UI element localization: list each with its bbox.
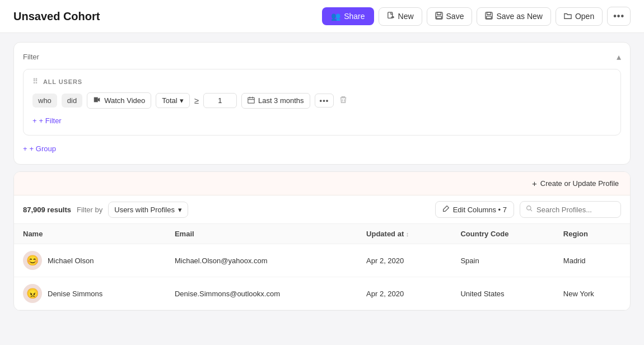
save-icon	[435, 12, 443, 21]
add-group-button[interactable]: + + Group	[23, 142, 56, 155]
user-name: Denise Simmons	[48, 290, 102, 298]
chevron-down-icon: ▾	[180, 96, 184, 105]
col-header-updated[interactable]: Updated at ↕	[357, 224, 451, 244]
results-count: 87,909 results	[23, 206, 71, 214]
table-row[interactable]: 😠 Denise Simmons Denise.Simmons@outlookx…	[14, 277, 630, 310]
open-button[interactable]: Open	[556, 7, 603, 26]
table-toolbar-left: 87,909 results Filter by Users with Prof…	[23, 202, 188, 218]
filter-more-button[interactable]: •••	[315, 94, 334, 108]
create-profile-button[interactable]: + Create or Update Profile	[532, 179, 619, 188]
filter-by-label: Filter by	[77, 206, 102, 214]
chevron-down-filter-icon: ▾	[178, 206, 182, 214]
share-icon: 👥	[331, 12, 340, 21]
save-as-new-icon	[485, 12, 493, 21]
save-button[interactable]: Save	[427, 7, 473, 26]
filter-row: who did Watch Video Total ▾ ≥	[32, 92, 612, 109]
svg-point-8	[527, 206, 531, 210]
new-button[interactable]: New	[379, 7, 422, 26]
new-doc-icon	[387, 12, 395, 21]
trash-icon	[339, 96, 347, 105]
pencil-icon	[442, 205, 450, 214]
results-panel: + Create or Update Profile 87,909 result…	[13, 171, 631, 311]
filter-panel-header: Filter ▴	[23, 52, 621, 62]
user-cell: 😊 Michael Olson	[23, 251, 157, 270]
search-icon	[526, 205, 533, 214]
table-toolbar-right: Edit Columns • 7	[435, 201, 621, 218]
svg-rect-5	[487, 12, 491, 14]
col-header-region: Region	[554, 224, 630, 244]
user-region: New York	[554, 277, 630, 310]
data-table: Name Email Updated at ↕ Country Code Reg…	[14, 224, 630, 310]
filter-more-icon: •••	[320, 96, 329, 105]
user-country: Spain	[451, 244, 554, 277]
user-country: United States	[451, 277, 554, 310]
filter-by-dropdown[interactable]: Users with Profiles ▾	[108, 202, 188, 218]
plus-icon: +	[32, 116, 37, 125]
filter-panel: Filter ▴ ⠿ ALL USERS who did Watch Video	[13, 42, 631, 165]
value-input[interactable]	[203, 93, 237, 108]
svg-rect-3	[436, 16, 441, 18]
add-filter-button[interactable]: + + Filter	[32, 114, 62, 127]
who-tag: who	[32, 94, 57, 108]
table-header-row: Name Email Updated at ↕ Country Code Reg…	[14, 224, 630, 244]
col-header-country: Country Code	[451, 224, 554, 244]
chevron-up-icon: ▴	[617, 52, 621, 62]
filter-panel-label: Filter	[23, 53, 39, 61]
col-header-email: Email	[166, 224, 357, 244]
avatar: 😠	[23, 284, 42, 303]
more-options-button[interactable]: •••	[607, 7, 631, 26]
user-email: Denise.Simmons@outlookx.com	[166, 277, 357, 310]
plus-profile-icon: +	[532, 179, 537, 188]
share-button[interactable]: 👥 Share	[322, 7, 374, 25]
avatar: 😊	[23, 251, 42, 270]
all-users-label: ⠿ ALL USERS	[32, 77, 612, 86]
svg-rect-2	[437, 12, 441, 14]
video-icon	[93, 96, 101, 105]
results-panel-top: + Create or Update Profile	[14, 172, 630, 195]
page-title: Unsaved Cohort	[13, 10, 100, 23]
did-tag: did	[62, 94, 82, 108]
save-as-new-button[interactable]: Save as New	[477, 7, 550, 26]
header-actions: 👥 Share New Save Save as New Open	[322, 7, 631, 26]
user-name: Michael Olson	[48, 257, 94, 265]
user-email: Michael.Olson@yahoox.com	[166, 244, 357, 277]
col-header-name: Name	[14, 224, 166, 244]
user-region: Madrid	[554, 244, 630, 277]
drag-handle-icon[interactable]: ⠿	[32, 77, 39, 86]
table-toolbar: 87,909 results Filter by Users with Prof…	[14, 195, 630, 224]
filter-delete-button[interactable]	[338, 95, 348, 107]
header: Unsaved Cohort 👥 Share New Save Save as …	[0, 0, 644, 33]
search-box	[520, 201, 621, 218]
user-updated: Apr 2, 2020	[357, 244, 451, 277]
table-row[interactable]: 😊 Michael Olson Michael.Olson@yahoox.com…	[14, 244, 630, 277]
svg-rect-6	[487, 16, 492, 18]
table-body: 😊 Michael Olson Michael.Olson@yahoox.com…	[14, 244, 630, 310]
plus-group-icon: +	[23, 144, 27, 153]
search-profiles-input[interactable]	[536, 206, 615, 214]
user-cell: 😠 Denise Simmons	[23, 284, 157, 303]
operator-tag: ≥	[194, 96, 199, 105]
calendar-icon	[248, 96, 255, 105]
event-selector-button[interactable]: Watch Video	[87, 92, 151, 109]
more-icon: •••	[613, 11, 624, 21]
edit-columns-button[interactable]: Edit Columns • 7	[435, 201, 514, 218]
open-icon	[564, 12, 572, 21]
main-content: Filter ▴ ⠿ ALL USERS who did Watch Video	[0, 33, 644, 320]
all-users-group: ⠿ ALL USERS who did Watch Video Total ▾ …	[23, 69, 621, 136]
sort-icon: ↕	[406, 231, 409, 237]
date-range-button[interactable]: Last 3 months	[241, 93, 310, 109]
aggregation-selector-button[interactable]: Total ▾	[156, 93, 189, 108]
svg-rect-7	[248, 97, 254, 103]
user-updated: Apr 2, 2020	[357, 277, 451, 310]
collapse-filter-button[interactable]: ▴	[617, 52, 621, 62]
